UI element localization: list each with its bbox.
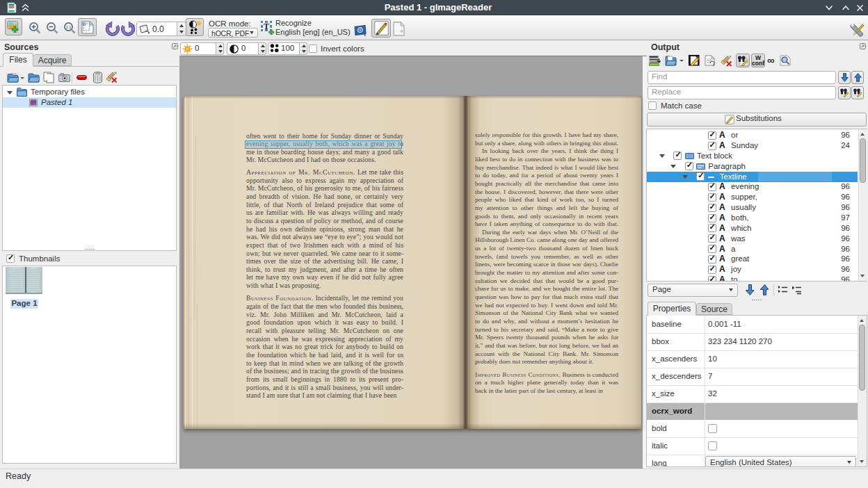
svg-text:T: T	[264, 22, 269, 31]
svg-text:1:1: 1:1	[66, 25, 72, 29]
